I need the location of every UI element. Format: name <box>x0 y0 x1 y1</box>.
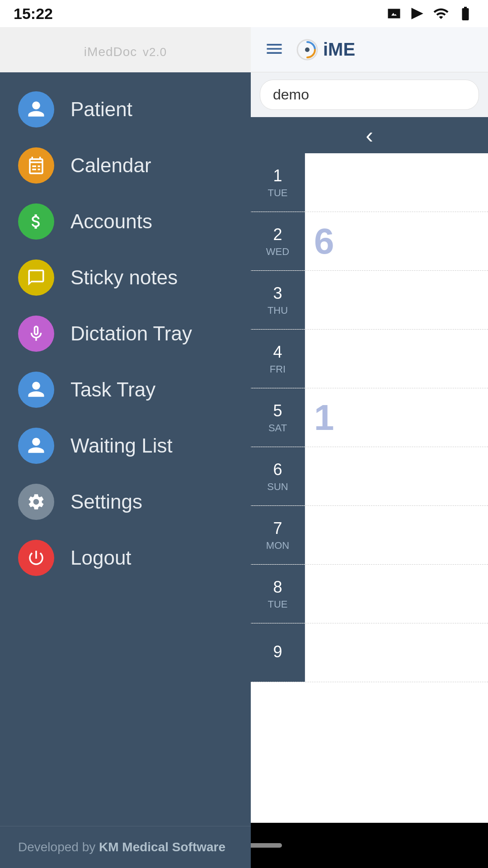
task-tray-icon-bg <box>18 372 54 408</box>
cal-day-num-9: 9 <box>273 642 282 661</box>
cal-event-2: 6 <box>314 221 334 262</box>
sidebar-item-accounts[interactable]: Accounts <box>0 193 251 250</box>
dictation-icon-bg <box>18 316 54 352</box>
user-search-input[interactable] <box>260 80 479 110</box>
patient-label: Patient <box>70 98 132 121</box>
hamburger-button[interactable] <box>260 34 289 65</box>
cal-content-8 <box>305 565 488 623</box>
status-time: 15:22 <box>14 5 53 23</box>
calendar-icon <box>27 156 46 175</box>
sidebar-item-task-tray[interactable]: Task Tray <box>0 362 251 418</box>
calendar-label: Calendar <box>70 154 151 177</box>
cal-row-9: 9 <box>251 623 488 682</box>
cal-day-name-7: MON <box>266 540 289 552</box>
person-icon <box>27 100 46 119</box>
waiting-list-icon-bg <box>18 428 54 464</box>
calendar-nav: ‹ <box>251 117 488 153</box>
logout-label: Logout <box>70 547 131 569</box>
sticky-notes-icon-bg <box>18 259 54 296</box>
cal-day-7: 7 MON <box>251 506 305 564</box>
accounts-icon-bg <box>18 203 54 240</box>
accounts-label: Accounts <box>70 210 152 233</box>
sidebar-footer: Developed by KM Medical Software <box>0 826 251 868</box>
cal-day-8: 8 TUE <box>251 565 305 623</box>
app-container: iMedDoc v2.0 Patient Calendar <box>0 27 488 868</box>
sidebar-nav: Patient Calendar Accounts <box>0 72 251 826</box>
sidebar-item-settings[interactable]: Settings <box>0 474 251 530</box>
footer-company: KM Medical Software <box>99 840 225 854</box>
cal-day-num-4: 4 <box>273 343 282 362</box>
brand-logo: iME <box>296 38 355 61</box>
cal-row-7: 7 MON <box>251 506 488 565</box>
cal-day-num-2: 2 <box>273 225 282 244</box>
calendar-back-button[interactable]: ‹ <box>352 118 387 153</box>
wifi-icon <box>433 5 449 22</box>
task-person-icon <box>27 380 46 399</box>
sidebar-item-dictation-tray[interactable]: Dictation Tray <box>0 306 251 362</box>
brand-text: iME <box>323 39 355 60</box>
hamburger-icon <box>264 39 284 59</box>
cal-day-1: 1 TUE <box>251 153 305 212</box>
user-bar <box>251 72 488 117</box>
cal-row-1: 1 TUE <box>251 153 488 212</box>
cal-day-2: 2 WED <box>251 212 305 270</box>
cal-day-6: 6 SUN <box>251 447 305 505</box>
cal-day-num-5: 5 <box>273 401 282 420</box>
cal-day-name-6: SUN <box>267 481 288 493</box>
cal-day-num-7: 7 <box>273 519 282 538</box>
sticky-notes-label: Sticky notes <box>70 266 178 289</box>
patient-icon-bg <box>18 91 54 127</box>
mic-icon <box>27 324 46 343</box>
cal-day-name-3: THU <box>267 305 288 316</box>
status-bar: 15:22 <box>0 0 488 27</box>
cal-event-5: 1 <box>314 397 334 439</box>
cal-day-name-2: WED <box>266 246 289 258</box>
svg-point-1 <box>305 47 310 52</box>
power-icon <box>27 548 46 567</box>
cal-content-5: 1 <box>305 388 488 447</box>
cal-day-name-8: TUE <box>268 599 288 610</box>
note-icon <box>27 268 46 287</box>
cal-content-3 <box>305 271 488 329</box>
waiting-list-label: Waiting List <box>70 434 173 457</box>
status-icons <box>386 5 474 22</box>
logout-icon-bg <box>18 540 54 576</box>
brand-logo-icon <box>296 38 319 61</box>
sidebar-header: iMedDoc v2.0 <box>0 27 251 72</box>
right-panel: iME ‹ 1 TUE 2 WED <box>251 27 488 868</box>
cal-day-num-1: 1 <box>273 166 282 185</box>
cal-day-name-5: SAT <box>268 422 287 434</box>
cal-day-4: 4 FRI <box>251 330 305 388</box>
dictation-tray-label: Dictation Tray <box>70 322 192 345</box>
app-title: iMedDoc v2.0 <box>84 39 167 61</box>
cal-day-name-4: FRI <box>270 363 286 375</box>
cal-day-3: 3 THU <box>251 271 305 329</box>
cal-content-6 <box>305 447 488 505</box>
cal-day-5: 5 SAT <box>251 388 305 447</box>
settings-icon-bg <box>18 484 54 520</box>
cal-content-4 <box>305 330 488 388</box>
sidebar-item-logout[interactable]: Logout <box>0 530 251 586</box>
sidebar-item-calendar[interactable]: Calendar <box>0 137 251 193</box>
money-icon <box>27 212 46 231</box>
cal-day-num-3: 3 <box>273 284 282 303</box>
cal-content-1 <box>305 153 488 212</box>
battery-icon <box>456 5 474 22</box>
cal-content-7 <box>305 506 488 564</box>
cal-row-6: 6 SUN <box>251 447 488 506</box>
sidebar-item-patient[interactable]: Patient <box>0 81 251 137</box>
play-store-icon <box>409 5 426 22</box>
calendar-icon-bg <box>18 147 54 184</box>
waiting-person-icon <box>27 436 46 455</box>
cal-day-num-6: 6 <box>273 460 282 479</box>
sidebar-item-sticky-notes[interactable]: Sticky notes <box>0 250 251 306</box>
cal-row-2: 2 WED 6 <box>251 212 488 271</box>
settings-label: Settings <box>70 491 142 513</box>
gear-icon <box>27 492 46 511</box>
task-tray-label: Task Tray <box>70 378 155 401</box>
cal-day-9: 9 <box>251 623 305 682</box>
cal-content-9 <box>305 623 488 682</box>
cal-day-num-8: 8 <box>273 578 282 597</box>
footer-text: Developed by KM Medical Software <box>18 840 233 854</box>
sidebar-item-waiting-list[interactable]: Waiting List <box>0 418 251 474</box>
